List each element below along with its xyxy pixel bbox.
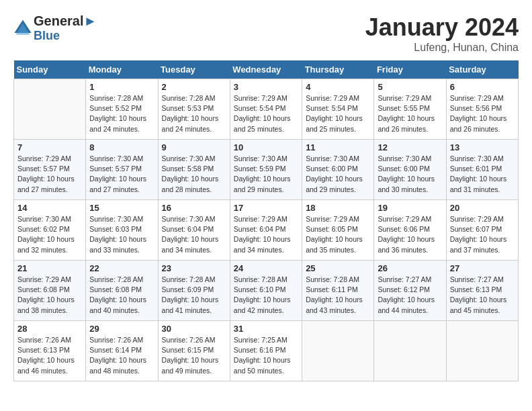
day-number: 3 bbox=[234, 82, 298, 92]
weekday-header-monday: Monday bbox=[86, 60, 158, 79]
calendar-cell: 28 Sunrise: 7:26 AMSunset: 6:13 PMDaylig… bbox=[14, 321, 86, 381]
day-detail: Sunrise: 7:28 AMSunset: 5:53 PMDaylight:… bbox=[162, 93, 226, 134]
calendar-cell: 2 Sunrise: 7:28 AMSunset: 5:53 PMDayligh… bbox=[158, 79, 230, 140]
day-detail: Sunrise: 7:29 AMSunset: 5:54 PMDaylight:… bbox=[306, 93, 370, 134]
calendar-cell: 22 Sunrise: 7:28 AMSunset: 6:08 PMDaylig… bbox=[86, 261, 158, 321]
day-detail: Sunrise: 7:29 AMSunset: 6:06 PMDaylight:… bbox=[378, 214, 442, 255]
calendar-cell: 9 Sunrise: 7:30 AMSunset: 5:58 PMDayligh… bbox=[158, 140, 230, 200]
calendar-cell bbox=[446, 321, 518, 381]
calendar-cell: 7 Sunrise: 7:29 AMSunset: 5:57 PMDayligh… bbox=[14, 140, 86, 200]
day-number: 31 bbox=[234, 324, 298, 334]
calendar-cell: 19 Sunrise: 7:29 AMSunset: 6:06 PMDaylig… bbox=[374, 200, 446, 261]
calendar-cell: 10 Sunrise: 7:30 AMSunset: 5:59 PMDaylig… bbox=[230, 140, 302, 200]
day-number: 16 bbox=[162, 203, 226, 213]
day-number: 21 bbox=[17, 263, 82, 273]
calendar-cell: 16 Sunrise: 7:30 AMSunset: 6:04 PMDaylig… bbox=[158, 200, 230, 261]
day-detail: Sunrise: 7:29 AMSunset: 5:57 PMDaylight:… bbox=[17, 154, 82, 195]
day-detail: Sunrise: 7:30 AMSunset: 6:03 PMDaylight:… bbox=[89, 214, 154, 255]
calendar-cell: 29 Sunrise: 7:26 AMSunset: 6:14 PMDaylig… bbox=[86, 321, 158, 381]
calendar-cell: 18 Sunrise: 7:29 AMSunset: 6:05 PMDaylig… bbox=[302, 200, 374, 261]
calendar-cell: 1 Sunrise: 7:28 AMSunset: 5:52 PMDayligh… bbox=[86, 79, 158, 140]
day-number: 19 bbox=[378, 203, 442, 213]
day-detail: Sunrise: 7:30 AMSunset: 6:04 PMDaylight:… bbox=[162, 214, 226, 255]
weekday-header-row: SundayMondayTuesdayWednesdayThursdayFrid… bbox=[14, 60, 519, 79]
day-detail: Sunrise: 7:25 AMSunset: 6:16 PMDaylight:… bbox=[234, 335, 298, 376]
day-detail: Sunrise: 7:28 AMSunset: 6:08 PMDaylight:… bbox=[89, 275, 154, 316]
day-number: 26 bbox=[378, 263, 442, 273]
day-number: 30 bbox=[162, 324, 226, 334]
calendar-cell: 17 Sunrise: 7:29 AMSunset: 6:04 PMDaylig… bbox=[230, 200, 302, 261]
day-number: 28 bbox=[17, 324, 82, 334]
calendar-cell: 4 Sunrise: 7:29 AMSunset: 5:54 PMDayligh… bbox=[302, 79, 374, 140]
calendar-cell: 31 Sunrise: 7:25 AMSunset: 6:16 PMDaylig… bbox=[230, 321, 302, 381]
day-detail: Sunrise: 7:28 AMSunset: 5:52 PMDaylight:… bbox=[89, 93, 154, 134]
weekday-header-saturday: Saturday bbox=[446, 60, 518, 79]
calendar-cell: 27 Sunrise: 7:27 AMSunset: 6:13 PMDaylig… bbox=[446, 261, 518, 321]
day-number: 12 bbox=[378, 142, 442, 152]
day-number: 6 bbox=[450, 82, 515, 92]
day-number: 9 bbox=[162, 142, 226, 152]
day-number: 27 bbox=[450, 263, 515, 273]
calendar-cell bbox=[14, 79, 86, 140]
calendar-cell: 15 Sunrise: 7:30 AMSunset: 6:03 PMDaylig… bbox=[86, 200, 158, 261]
calendar-cell: 5 Sunrise: 7:29 AMSunset: 5:55 PMDayligh… bbox=[374, 79, 446, 140]
calendar-week-row: 28 Sunrise: 7:26 AMSunset: 6:13 PMDaylig… bbox=[14, 321, 519, 381]
calendar-cell: 23 Sunrise: 7:28 AMSunset: 6:09 PMDaylig… bbox=[158, 261, 230, 321]
day-detail: Sunrise: 7:30 AMSunset: 6:02 PMDaylight:… bbox=[17, 214, 82, 255]
weekday-header-wednesday: Wednesday bbox=[230, 60, 302, 79]
calendar-table: SundayMondayTuesdayWednesdayThursdayFrid… bbox=[13, 60, 519, 381]
day-number: 7 bbox=[17, 142, 82, 152]
day-number: 13 bbox=[450, 142, 515, 152]
calendar-cell: 11 Sunrise: 7:30 AMSunset: 6:00 PMDaylig… bbox=[302, 140, 374, 200]
calendar-cell: 13 Sunrise: 7:30 AMSunset: 6:01 PMDaylig… bbox=[446, 140, 518, 200]
day-detail: Sunrise: 7:30 AMSunset: 5:58 PMDaylight:… bbox=[162, 154, 226, 195]
calendar-cell: 3 Sunrise: 7:29 AMSunset: 5:54 PMDayligh… bbox=[230, 79, 302, 140]
page-header: General► Blue January 2024 Lufeng, Hunan… bbox=[13, 13, 519, 54]
day-detail: Sunrise: 7:28 AMSunset: 6:11 PMDaylight:… bbox=[306, 275, 370, 316]
day-detail: Sunrise: 7:26 AMSunset: 6:15 PMDaylight:… bbox=[162, 335, 226, 376]
day-detail: Sunrise: 7:29 AMSunset: 6:04 PMDaylight:… bbox=[234, 214, 298, 255]
calendar-cell bbox=[302, 321, 374, 381]
day-detail: Sunrise: 7:26 AMSunset: 6:14 PMDaylight:… bbox=[89, 335, 154, 376]
day-detail: Sunrise: 7:29 AMSunset: 5:54 PMDaylight:… bbox=[234, 93, 298, 134]
day-number: 1 bbox=[89, 82, 154, 92]
day-detail: Sunrise: 7:30 AMSunset: 6:00 PMDaylight:… bbox=[306, 154, 370, 195]
day-detail: Sunrise: 7:27 AMSunset: 6:13 PMDaylight:… bbox=[450, 275, 515, 316]
logo: General► Blue bbox=[13, 13, 97, 43]
calendar-cell bbox=[374, 321, 446, 381]
calendar-cell: 24 Sunrise: 7:28 AMSunset: 6:10 PMDaylig… bbox=[230, 261, 302, 321]
weekday-header-tuesday: Tuesday bbox=[158, 60, 230, 79]
weekday-header-thursday: Thursday bbox=[302, 60, 374, 79]
day-detail: Sunrise: 7:27 AMSunset: 6:12 PMDaylight:… bbox=[378, 275, 442, 316]
calendar-week-row: 1 Sunrise: 7:28 AMSunset: 5:52 PMDayligh… bbox=[14, 79, 519, 140]
day-detail: Sunrise: 7:29 AMSunset: 6:07 PMDaylight:… bbox=[450, 214, 515, 255]
day-detail: Sunrise: 7:29 AMSunset: 6:08 PMDaylight:… bbox=[17, 275, 82, 316]
logo-icon bbox=[13, 19, 32, 38]
weekday-header-friday: Friday bbox=[374, 60, 446, 79]
calendar-cell: 6 Sunrise: 7:29 AMSunset: 5:56 PMDayligh… bbox=[446, 79, 518, 140]
title-block: January 2024 Lufeng, Hunan, China bbox=[365, 13, 519, 54]
day-number: 20 bbox=[450, 203, 515, 213]
day-number: 11 bbox=[306, 142, 370, 152]
day-number: 18 bbox=[306, 203, 370, 213]
day-number: 15 bbox=[89, 203, 154, 213]
calendar-cell: 12 Sunrise: 7:30 AMSunset: 6:00 PMDaylig… bbox=[374, 140, 446, 200]
weekday-header-sunday: Sunday bbox=[14, 60, 86, 79]
day-detail: Sunrise: 7:26 AMSunset: 6:13 PMDaylight:… bbox=[17, 335, 82, 376]
day-number: 23 bbox=[162, 263, 226, 273]
calendar-cell: 14 Sunrise: 7:30 AMSunset: 6:02 PMDaylig… bbox=[14, 200, 86, 261]
location: Lufeng, Hunan, China bbox=[365, 42, 519, 54]
day-number: 24 bbox=[234, 263, 298, 273]
day-detail: Sunrise: 7:30 AMSunset: 5:59 PMDaylight:… bbox=[234, 154, 298, 195]
day-detail: Sunrise: 7:29 AMSunset: 5:55 PMDaylight:… bbox=[378, 93, 442, 134]
calendar-week-row: 21 Sunrise: 7:29 AMSunset: 6:08 PMDaylig… bbox=[14, 261, 519, 321]
day-number: 29 bbox=[89, 324, 154, 334]
calendar-cell: 21 Sunrise: 7:29 AMSunset: 6:08 PMDaylig… bbox=[14, 261, 86, 321]
day-number: 5 bbox=[378, 82, 442, 92]
calendar-cell: 8 Sunrise: 7:30 AMSunset: 5:57 PMDayligh… bbox=[86, 140, 158, 200]
day-detail: Sunrise: 7:28 AMSunset: 6:10 PMDaylight:… bbox=[234, 275, 298, 316]
calendar-cell: 30 Sunrise: 7:26 AMSunset: 6:15 PMDaylig… bbox=[158, 321, 230, 381]
day-number: 17 bbox=[234, 203, 298, 213]
day-number: 2 bbox=[162, 82, 226, 92]
calendar-cell: 20 Sunrise: 7:29 AMSunset: 6:07 PMDaylig… bbox=[446, 200, 518, 261]
